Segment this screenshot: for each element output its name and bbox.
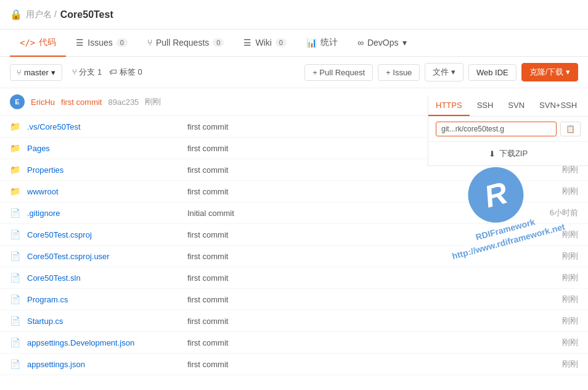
file-commit-message: first commit bbox=[187, 360, 529, 369]
branch-label: master bbox=[24, 68, 49, 77]
devops-icon: ∞ bbox=[357, 38, 364, 48]
tab-stats[interactable]: 📊 统计 bbox=[296, 30, 348, 57]
tab-pull-requests[interactable]: ⑂ Pull Requests 0 bbox=[137, 30, 234, 57]
tag-icon: 🏷 bbox=[109, 67, 117, 77]
file-time: 刚刚 bbox=[529, 186, 578, 197]
clone-tab-https[interactable]: HTTPS bbox=[428, 96, 470, 116]
table-row: 📄Core50Test.slnfirst commit刚刚 bbox=[0, 267, 588, 289]
web-ide-button[interactable]: Web IDE bbox=[468, 64, 517, 81]
file-time: 刚刚 bbox=[529, 272, 578, 283]
table-row: 📄appsettings.Development.jsonfirst commi… bbox=[0, 332, 588, 354]
clone-tabs: HTTPS SSH SVN SVN+SSH bbox=[428, 96, 588, 117]
clone-tab-ssh[interactable]: SSH bbox=[470, 96, 501, 116]
table-row: 📄Core50Test.csprojfirst commit刚刚 bbox=[0, 224, 588, 246]
repo-name: Core50Test bbox=[60, 9, 113, 20]
table-row: 📄appsettings.jsonfirst commit刚刚 bbox=[0, 354, 588, 375]
branch-selector[interactable]: ⑂ master ▾ bbox=[10, 64, 62, 81]
stats-icon: 📊 bbox=[306, 38, 317, 48]
file-name[interactable]: .vs/Core50Test bbox=[27, 122, 187, 131]
download-zip-button[interactable]: ⬇ 下载ZIP bbox=[428, 141, 588, 165]
table-row: 📁wwwrootfirst commit刚刚 bbox=[0, 181, 588, 202]
clone-tab-svnplusssh[interactable]: SVN+SSH bbox=[532, 96, 584, 116]
file-icon: 📄 bbox=[10, 273, 22, 283]
tab-wiki-label: Wiki bbox=[255, 38, 271, 48]
toolbar: ⑂ master ▾ ⑂ 分支 1 🏷 标签 0 + Pull Request … bbox=[0, 57, 588, 88]
file-commit-message: first commit bbox=[187, 295, 529, 304]
file-name[interactable]: Properties bbox=[27, 165, 187, 175]
tab-wiki[interactable]: ☰ Wiki 0 bbox=[234, 30, 296, 57]
devops-chevron-icon: ▾ bbox=[402, 38, 407, 48]
file-name[interactable]: Core50Test.sln bbox=[27, 273, 187, 283]
file-icon: 📄 bbox=[10, 338, 22, 347]
file-name[interactable]: Core50Test.csproj bbox=[27, 230, 187, 239]
tab-issues[interactable]: ☰ Issues 0 bbox=[66, 30, 137, 57]
file-time: 刚刚 bbox=[529, 337, 578, 348]
tab-issues-label: Issues bbox=[88, 38, 112, 48]
branch-count-label: 分支 1 bbox=[79, 67, 102, 77]
clone-chevron-icon: ▾ bbox=[566, 67, 570, 77]
pr-badge: 0 bbox=[213, 38, 224, 47]
file-time: 刚刚 bbox=[529, 359, 578, 370]
header: 🔒 用户名 / Core50Test bbox=[0, 0, 588, 30]
file-time: 刚刚 bbox=[529, 229, 578, 240]
clone-url-row: 📋 bbox=[428, 117, 588, 141]
branch-icon: ⑂ bbox=[17, 68, 22, 77]
file-commit-message: first commit bbox=[187, 252, 529, 261]
file-icon: 📄 bbox=[10, 294, 22, 304]
file-icon: 📄 bbox=[10, 359, 22, 369]
code-icon: </> bbox=[20, 38, 35, 48]
issue-button[interactable]: + Issue bbox=[378, 64, 420, 81]
branch-count: ⑂ 分支 1 bbox=[72, 67, 102, 78]
branch-info: ⑂ 分支 1 🏷 标签 0 bbox=[72, 67, 142, 78]
file-commit-message: first commit bbox=[187, 338, 529, 347]
file-name[interactable]: Pages bbox=[27, 144, 187, 153]
commit-time: 刚刚 bbox=[145, 96, 161, 107]
clone-copy-button[interactable]: 📋 bbox=[560, 122, 581, 136]
file-name[interactable]: appsettings.Development.json bbox=[27, 338, 187, 347]
clone-btn-label: 克隆/下载 bbox=[529, 67, 564, 77]
file-time: 刚刚 bbox=[529, 251, 578, 262]
file-name[interactable]: Core50Test.csproj.user bbox=[27, 252, 187, 261]
file-name[interactable]: Startup.cs bbox=[27, 317, 187, 326]
pull-request-button[interactable]: + Pull Request bbox=[304, 64, 373, 81]
toolbar-actions: + Pull Request + Issue 文件 ▾ Web IDE 克隆/下… bbox=[304, 63, 578, 81]
commit-hash: 89ac235 bbox=[108, 98, 139, 107]
pr-icon: ⑂ bbox=[147, 38, 152, 48]
tab-stats-label: 统计 bbox=[321, 37, 338, 48]
branch-count-icon: ⑂ bbox=[72, 67, 77, 77]
table-row: 📄Core50Test.csproj.userfirst commit刚刚 bbox=[0, 246, 588, 267]
download-icon: ⬇ bbox=[489, 149, 496, 159]
page-wrapper: 🔒 用户名 / Core50Test </> 代码 ☰ Issues 0 ⑂ P… bbox=[0, 0, 588, 390]
commit-message: first commit bbox=[61, 98, 102, 107]
file-name[interactable]: Program.cs bbox=[27, 295, 187, 304]
file-icon: 📄 bbox=[10, 208, 22, 218]
tab-devops-label: DevOps bbox=[367, 38, 399, 48]
file-commit-message: first commit bbox=[187, 187, 529, 196]
file-icon: 📄 bbox=[10, 316, 22, 326]
tag-count: 🏷 标签 0 bbox=[109, 67, 142, 78]
issues-badge: 0 bbox=[116, 38, 128, 47]
file-time: 6小时前 bbox=[529, 207, 578, 218]
commit-author[interactable]: EricHu bbox=[31, 98, 55, 107]
clone-url-input[interactable] bbox=[436, 122, 557, 136]
folder-icon: 📁 bbox=[10, 186, 22, 196]
folder-icon: 📁 bbox=[10, 165, 22, 175]
file-button[interactable]: 文件 ▾ bbox=[425, 63, 463, 81]
tag-count-label: 标签 0 bbox=[120, 67, 142, 77]
clone-download-button[interactable]: 克隆/下载 ▾ bbox=[521, 63, 578, 81]
clone-panel: HTTPS SSH SVN SVN+SSH 📋 ⬇ 下载ZIP bbox=[428, 96, 588, 166]
file-chevron-icon: ▾ bbox=[451, 67, 455, 77]
download-zip-label: 下载ZIP bbox=[499, 148, 528, 159]
tab-code[interactable]: </> 代码 bbox=[10, 30, 66, 57]
file-icon: 📄 bbox=[10, 230, 22, 239]
folder-icon: 📁 bbox=[10, 122, 22, 131]
nav-tabs: </> 代码 ☰ Issues 0 ⑂ Pull Requests 0 ☰ Wi… bbox=[0, 30, 588, 57]
file-name[interactable]: appsettings.json bbox=[27, 360, 187, 369]
clone-tab-svn[interactable]: SVN bbox=[500, 96, 532, 116]
tab-code-label: 代码 bbox=[39, 37, 56, 48]
wiki-icon: ☰ bbox=[243, 38, 251, 48]
file-name[interactable]: .gitignore bbox=[27, 209, 187, 218]
tab-devops[interactable]: ∞ DevOps ▾ bbox=[348, 30, 417, 57]
table-row: 📄Startup.csfirst commit刚刚 bbox=[0, 310, 588, 332]
file-name[interactable]: wwwroot bbox=[27, 187, 187, 196]
